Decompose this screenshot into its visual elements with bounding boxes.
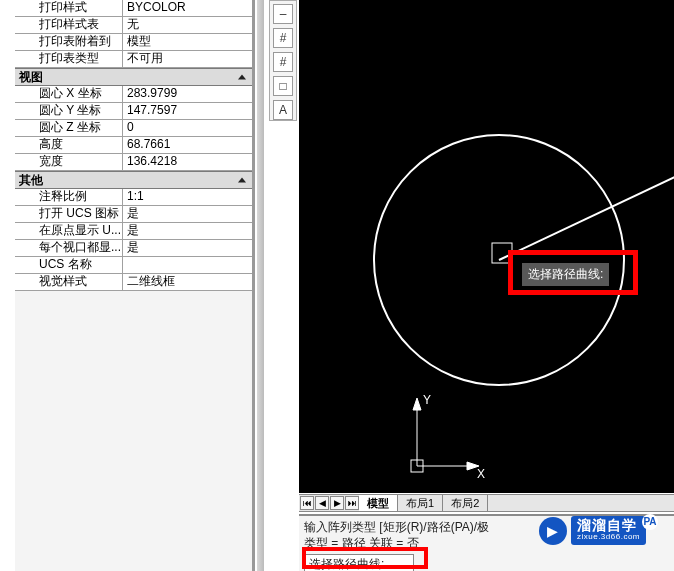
tab-layout2[interactable]: 布局2 [443, 495, 488, 511]
drawing-viewport[interactable]: Y X [299, 0, 674, 493]
tab-model[interactable]: 模型 [359, 495, 398, 511]
prop-val[interactable]: 1:1 [123, 189, 252, 205]
prop-key: 打开 UCS 图标 [15, 206, 123, 222]
ucs-icon [411, 398, 479, 472]
tool-icon[interactable]: □ [273, 76, 293, 96]
prop-val[interactable]: 模型 [123, 34, 252, 50]
svg-marker-2 [413, 398, 421, 410]
tab-last-icon[interactable]: ⏭ [345, 496, 359, 510]
prop-key: 圆心 Y 坐标 [15, 103, 123, 119]
prop-val[interactable]: 0 [123, 120, 252, 136]
ucs-x-label: X [477, 467, 485, 481]
prop-val[interactable]: 不可用 [123, 51, 252, 67]
prop-key: 打印表类型 [15, 51, 123, 67]
prop-val[interactable]: 是 [123, 206, 252, 222]
prop-val[interactable]: 283.9799 [123, 86, 252, 102]
text-tool-icon[interactable]: A [273, 100, 293, 120]
prop-key: 每个视口都显... [15, 240, 123, 256]
tab-next-icon[interactable]: ▶ [330, 496, 344, 510]
tab-first-icon[interactable]: ⏮ [300, 496, 314, 510]
play-icon: ▶ [539, 517, 567, 545]
prop-key: 圆心 X 坐标 [15, 86, 123, 102]
prop-val[interactable]: BYCOLOR [123, 0, 252, 16]
section-other[interactable]: 其他 [15, 171, 252, 189]
tool-icon[interactable]: # [273, 52, 293, 72]
collapse-icon [238, 178, 246, 183]
annotation-highlight [302, 547, 428, 569]
prop-key: 视觉样式 [15, 274, 123, 290]
annotation-highlight [508, 250, 638, 295]
print-group: 打印样式BYCOLOR 打印样式表无 打印表附着到模型 打印表类型不可用 [15, 0, 252, 68]
prop-key: 宽度 [15, 154, 123, 170]
prop-val[interactable]: 147.7597 [123, 103, 252, 119]
other-group: 注释比例1:1 打开 UCS 图标是 在原点显示 U...是 每个视口都显...… [15, 189, 252, 291]
prop-key: 打印样式 [15, 0, 123, 16]
vertical-toolbar: – # # □ A [269, 0, 297, 121]
prop-key: 圆心 Z 坐标 [15, 120, 123, 136]
view-group: 圆心 X 坐标283.9799 圆心 Y 坐标147.7597 圆心 Z 坐标0… [15, 86, 252, 171]
layout-tabs: ⏮ ◀ ▶ ⏭ 模型 布局1 布局2 [299, 494, 674, 512]
collapse-icon [238, 75, 246, 80]
prop-val[interactable]: 68.7661 [123, 137, 252, 153]
prop-val[interactable]: 是 [123, 240, 252, 256]
watermark-logo: ▶ 溜溜自学 zixue.3d66.com PA [539, 516, 646, 545]
line-entity [499, 175, 674, 260]
prop-key: 打印样式表 [15, 17, 123, 33]
tool-icon[interactable]: # [273, 28, 293, 48]
panel-resize-handle[interactable] [257, 0, 264, 571]
prop-val[interactable] [123, 257, 252, 273]
prop-val[interactable]: 是 [123, 223, 252, 239]
tab-layout1[interactable]: 布局1 [398, 495, 443, 511]
tool-icon[interactable]: – [273, 4, 293, 24]
section-view[interactable]: 视图 [15, 68, 252, 86]
ucs-y-label: Y [423, 393, 431, 407]
prop-key: 打印表附着到 [15, 34, 123, 50]
tab-prev-icon[interactable]: ◀ [315, 496, 329, 510]
prop-key: UCS 名称 [15, 257, 123, 273]
prop-val[interactable]: 二维线框 [123, 274, 252, 290]
panel-empty [15, 291, 252, 571]
prop-key: 注释比例 [15, 189, 123, 205]
prop-key: 高度 [15, 137, 123, 153]
prop-val[interactable]: 136.4218 [123, 154, 252, 170]
prop-val[interactable]: 无 [123, 17, 252, 33]
prop-key: 在原点显示 U... [15, 223, 123, 239]
